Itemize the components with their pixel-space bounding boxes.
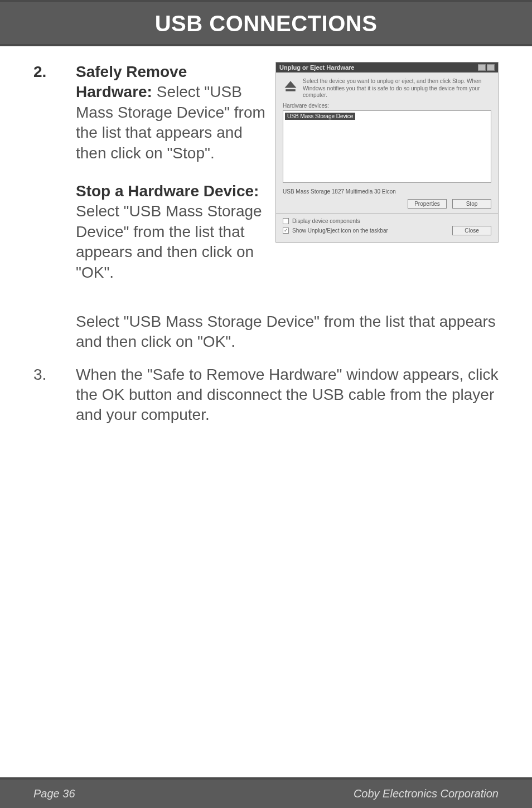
- dialog-checkbox-2-label: Show Unplug/Eject icon on the taskbar: [292, 228, 388, 234]
- dialog-hardware-label: Hardware devices:: [283, 103, 491, 109]
- step-2-block-2: Stop a Hardware Device: Select "USB Mass…: [76, 181, 267, 283]
- dialog-checkbox-1: Display device components: [283, 218, 491, 224]
- header-title: USB CONNECTIONS: [155, 11, 378, 36]
- dialog-selected-item: USB Mass Storage Device: [285, 113, 355, 120]
- close-button: Close: [452, 226, 491, 235]
- dialog-titlebar: Unplug or Eject Hardware: [276, 62, 498, 72]
- step-2-block-2-bold: Stop a Hardware Device:: [76, 182, 259, 200]
- checkbox-unchecked-icon: [283, 218, 289, 224]
- page-header: USB CONNECTIONS: [0, 0, 532, 46]
- svg-rect-0: [286, 89, 296, 91]
- dialog-separator: [276, 213, 498, 214]
- dialog-device-desc: USB Mass Storage 1827 Multimedia 30 Eico…: [283, 188, 491, 195]
- properties-button: Properties: [408, 199, 447, 209]
- dialog-checkbox-1-label: Display device components: [292, 218, 360, 224]
- step-3-row: 3. When the "Safe to Remove Hardware" wi…: [33, 365, 499, 425]
- eject-icon: [283, 78, 298, 94]
- step-2-text: Safely Remove Hardware: Select "USB Mass…: [76, 62, 267, 301]
- unplug-eject-dialog: Unplug or Eject Hardware Select the devi…: [275, 62, 499, 243]
- step-2-row: 2. Safely Remove Hardware: Select "USB M…: [33, 62, 499, 301]
- dialog-hint-text: Select the device you want to unplug or …: [303, 78, 491, 99]
- dialog-title: Unplug or Eject Hardware: [279, 64, 354, 71]
- step-2-block-1: Safely Remove Hardware: Select "USB Mass…: [76, 62, 267, 163]
- step-2-number: 2.: [33, 62, 67, 81]
- dialog-title-buttons: [478, 64, 495, 71]
- dialog-device-list: USB Mass Storage Device: [283, 110, 491, 183]
- checkbox-checked-icon: ✓: [283, 228, 289, 234]
- page-footer: Page 36 Coby Electronics Corporation: [0, 777, 532, 808]
- dialog-checkbox-2: ✓ Show Unplug/Eject icon on the taskbar: [283, 228, 388, 234]
- step-2-lower-text: Select "USB Mass Storage Device" from th…: [33, 312, 499, 352]
- page-content: 2. Safely Remove Hardware: Select "USB M…: [0, 46, 532, 425]
- dialog-screenshot: Unplug or Eject Hardware Select the devi…: [275, 62, 499, 243]
- dialog-body: Select the device you want to unplug or …: [276, 72, 498, 242]
- help-icon: [478, 64, 486, 71]
- footer-page-number: Page 36: [33, 787, 75, 800]
- dialog-hint-row: Select the device you want to unplug or …: [283, 78, 491, 99]
- step-2-block-2-rest: Select "USB Mass Storage Device" from th…: [76, 202, 262, 280]
- close-icon: [487, 64, 495, 71]
- step-3-text: When the "Safe to Remove Hardware" windo…: [76, 365, 499, 425]
- dialog-button-row: Properties Stop: [283, 199, 491, 209]
- footer-company: Coby Electronics Corporation: [354, 787, 499, 800]
- step-3-number: 3.: [33, 365, 67, 425]
- stop-button: Stop: [452, 199, 491, 209]
